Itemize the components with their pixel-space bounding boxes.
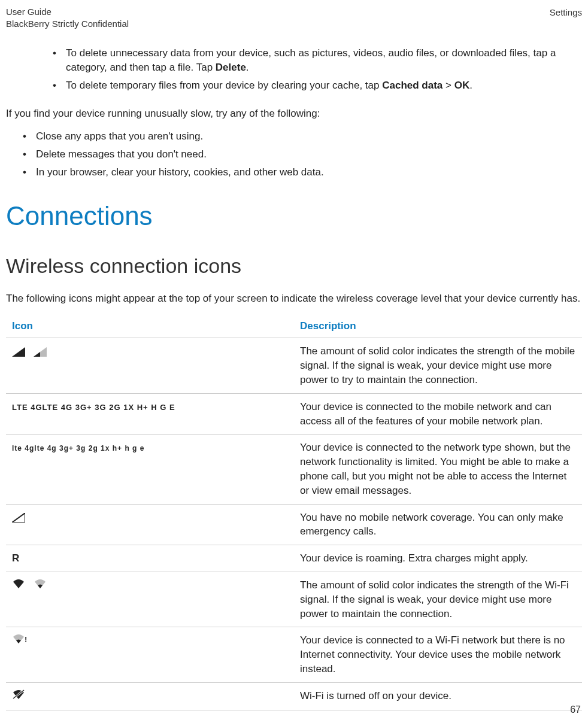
subsection-title: Wireless connection icons <box>6 252 582 281</box>
network-labels-full: LTE 4GLTE 4G 3G+ 3G 2G 1X H+ H G E <box>12 403 175 412</box>
desc-cell: Your device is connected to the mobile n… <box>294 393 582 435</box>
icon-cell-net-limited: lte 4glte 4g 3g+ 3g 2g 1x h+ h g e <box>6 435 294 504</box>
header-left: User Guide BlackBerry Strictly Confident… <box>6 6 129 29</box>
header-section: Settings <box>550 6 582 29</box>
slow-bullet-list: Close any apps that you aren't using. De… <box>6 129 582 179</box>
signal-full-icon <box>12 347 25 357</box>
desc-cell: Your device is roaming. Extra charges mi… <box>294 545 582 572</box>
desc-cell: Wi-Fi is turned off on your device. <box>294 682 582 710</box>
icon-cell-roaming: R <box>6 545 294 572</box>
page-number: 67 <box>570 703 581 716</box>
slow-intro-paragraph: If you find your device running unusuall… <box>6 107 582 121</box>
slow-bullet: In your browser, clear your history, coo… <box>18 165 582 180</box>
intro-bullet-1: To delete unnecessary data from your dev… <box>48 46 582 75</box>
subsection-paragraph: The following icons might appear at the … <box>6 291 582 306</box>
svg-text:!: ! <box>25 635 27 644</box>
bold-text: Delete <box>216 62 246 73</box>
desc-cell: The amount of solid color indicates the … <box>294 338 582 393</box>
icon-cell-wifi <box>6 572 294 627</box>
table-header-icon: Icon <box>6 314 294 338</box>
table-row: R Your device is roaming. Extra charges … <box>6 545 582 572</box>
table-row: Wi-Fi is turned off on your device. <box>6 682 582 710</box>
table-row: ! Your device is connected to a Wi-Fi ne… <box>6 627 582 682</box>
svg-marker-0 <box>12 513 25 523</box>
header-title: User Guide <box>6 6 129 18</box>
icon-cell-no-coverage <box>6 504 294 545</box>
table-row: LTE 4GLTE 4G 3G+ 3G 2G 1X H+ H G E Your … <box>6 393 582 435</box>
slow-bullet: Close any apps that you aren't using. <box>18 129 582 144</box>
desc-cell: The amount of solid color indicates the … <box>294 572 582 627</box>
text: To delete temporary files from your devi… <box>66 80 382 91</box>
wifi-off-icon <box>12 689 25 704</box>
table-row: lte 4glte 4g 3g+ 3g 2g 1x h+ h g e Your … <box>6 435 582 504</box>
text: > <box>442 80 454 91</box>
table-row: The amount of solid color indicates the … <box>6 338 582 393</box>
icon-cell-wifi-off <box>6 682 294 710</box>
icon-cell-wifi-bang: ! <box>6 627 294 682</box>
icons-table: Icon Description The amount of solid col… <box>6 314 582 710</box>
header-subtitle: BlackBerry Strictly Confidential <box>6 18 129 30</box>
wifi-full-icon <box>12 578 25 593</box>
slow-bullet: Delete messages that you don't need. <box>18 147 582 162</box>
page-header: User Guide BlackBerry Strictly Confident… <box>6 6 582 29</box>
desc-cell: Your device is connected to the network … <box>294 435 582 504</box>
text: . <box>246 62 249 73</box>
signal-empty-icon <box>12 513 25 523</box>
desc-cell: Your device is connected to a Wi-Fi netw… <box>294 627 582 682</box>
table-row: The amount of solid color indicates the … <box>6 572 582 627</box>
wifi-weak-icon <box>34 578 47 593</box>
table-header-desc: Description <box>294 314 582 338</box>
wifi-no-internet-icon: ! <box>12 633 28 648</box>
icon-cell-signal <box>6 338 294 393</box>
intro-bullet-2: To delete temporary files from your devi… <box>48 78 582 93</box>
section-title: Connections <box>6 198 582 235</box>
text: To delete unnecessary data from your dev… <box>66 47 556 73</box>
table-row: You have no mobile network coverage. You… <box>6 504 582 545</box>
bold-text: OK <box>454 80 470 91</box>
intro-bullet-list: To delete unnecessary data from your dev… <box>6 46 582 92</box>
bold-text: Cached data <box>382 80 442 91</box>
roaming-icon: R <box>12 552 19 564</box>
desc-cell: You have no mobile network coverage. You… <box>294 504 582 545</box>
icon-cell-net-full: LTE 4GLTE 4G 3G+ 3G 2G 1X H+ H G E <box>6 393 294 435</box>
signal-weak-icon <box>34 347 47 357</box>
network-labels-limited: lte 4glte 4g 3g+ 3g 2g 1x h+ h g e <box>12 444 144 452</box>
text: . <box>469 80 472 91</box>
